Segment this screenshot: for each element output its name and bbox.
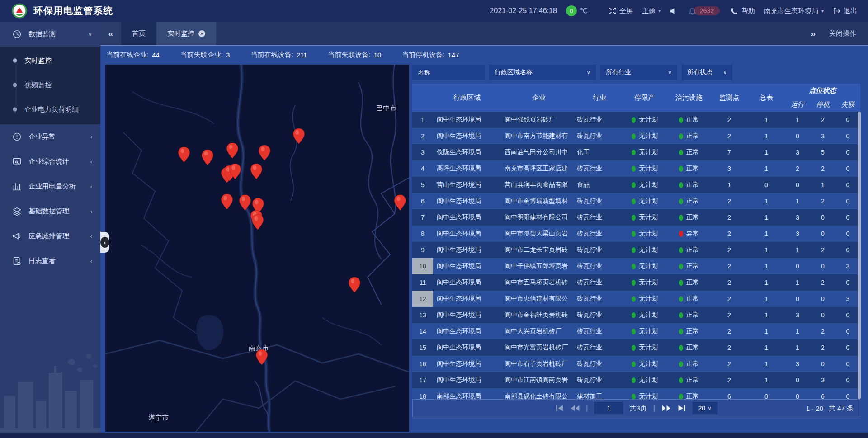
table-row[interactable]: 17阆中生态环境局阆中市江南镇阆南页岩砖瓦行业无计划正常21030: [412, 372, 860, 388]
table-row[interactable]: 5营山生态环境局营山县润丰肉食品有限食品无计划正常10010: [412, 177, 860, 193]
table-row[interactable]: 12阆中生态环境局阆中市忠信建材有限公砖瓦行业无计划正常21003: [412, 291, 860, 307]
table-row[interactable]: 7阆中生态环境局阆中明阳建材有限公司砖瓦行业无计划正常21300: [412, 209, 860, 226]
table-row[interactable]: 10阆中生态环境局阆中千佛镇五郎垭页岩砖瓦行业无计划正常21003: [412, 258, 860, 274]
tab-close-icon[interactable]: ×: [198, 30, 205, 37]
theme-dropdown[interactable]: 主题 ▾: [642, 7, 661, 15]
row-facility-status: 正常: [667, 132, 711, 140]
map-panel[interactable]: 巴中市南充市遂宁市: [105, 65, 409, 432]
sidebar-subitem[interactable]: 视频监控: [0, 73, 100, 97]
page-size-select[interactable]: 20 ∨: [692, 402, 717, 414]
table-row[interactable]: 2阆中生态环境局阆中市南方节能建材有砖瓦行业无计划正常21030: [412, 128, 860, 144]
tab-实时监控[interactable]: 实时监控×: [156, 22, 216, 45]
status-filter-select[interactable]: 所有状态 ∨: [682, 65, 732, 80]
map-pin-icon[interactable]: [256, 349, 268, 365]
sidebar-subitem-label: 企业电力负荷明细: [24, 105, 79, 114]
tabs-scroll-right-button[interactable]: »: [811, 28, 816, 39]
table-row[interactable]: 6阆中生态环境局阆中市金博瑞新型墙材砖瓦行业无计划正常21120: [412, 193, 860, 209]
fullscreen-button[interactable]: 全屏: [609, 7, 633, 15]
sidebar-item[interactable]: 企业异常‹: [0, 124, 100, 149]
row-company: 阆中市忠信建材有限公: [501, 295, 577, 303]
map-pin-icon[interactable]: [293, 128, 305, 144]
first-page-button[interactable]: [555, 405, 564, 412]
table-header-cell: 运行: [785, 97, 810, 112]
map-pin-icon[interactable]: [394, 195, 406, 210]
table-row[interactable]: 3仪陇生态环境局西南油气田分公司川中化工无计划正常71350: [412, 144, 860, 160]
row-industry: 砖瓦行业: [577, 376, 622, 384]
sidebar-item-label: 基础数据管理: [28, 207, 69, 216]
row-industry: 建材加工: [577, 392, 622, 399]
row-limit-status-label: 无计划: [639, 197, 658, 205]
row-company: 营山县润丰肉食品有限: [501, 181, 577, 189]
map-pin-icon[interactable]: [239, 195, 251, 210]
region-filter-select[interactable]: 行政区域名称 ∨: [489, 65, 596, 80]
sidebar-collapse-button[interactable]: ‹: [100, 232, 109, 253]
sidebar-item[interactable]: 企业综合统计‹: [0, 149, 100, 174]
status-dot-normal: [632, 296, 636, 302]
map-city-label: 巴中市: [376, 104, 396, 112]
table-row[interactable]: 14阆中生态环境局阆中大兴页岩机砖厂砖瓦行业无计划正常21120: [412, 323, 860, 339]
sidebar-item[interactable]: 数据监测∨: [0, 22, 100, 47]
table-row[interactable]: 4高坪生态环境局南充市高坪区王家店建砖瓦行业无计划正常31220: [412, 160, 860, 177]
row-monitor-count: 2: [711, 360, 748, 367]
logout-button[interactable]: 退出: [833, 7, 857, 15]
sidebar-subitem[interactable]: 实时监控: [0, 48, 100, 73]
map-pin-icon[interactable]: [221, 194, 233, 209]
next-page-button[interactable]: [661, 405, 670, 412]
notifications-widget[interactable]: 2632: [689, 6, 720, 15]
table-row[interactable]: 9阆中生态环境局阆中市二龙长宝页岩砖砖瓦行业无计划正常21120: [412, 242, 860, 258]
org-dropdown[interactable]: 南充市生态环境局 ▾: [764, 7, 824, 15]
sidebar-item[interactable]: 企业用电量分析‹: [0, 174, 100, 199]
prev-page-button[interactable]: [571, 405, 580, 412]
row-facility-status-label: 正常: [686, 311, 699, 319]
stats-bar: 当前在线企业:44当前失联企业:3当前在线设备:211当前失联设备:10当前停机…: [100, 45, 868, 64]
last-page-button[interactable]: [677, 405, 686, 412]
row-run-count: 1: [785, 198, 810, 205]
row-facility-status-label: 正常: [686, 327, 699, 335]
row-stop-count: 0: [810, 311, 835, 319]
map-pin-icon[interactable]: [178, 147, 190, 162]
table-row[interactable]: 18南部生态环境局南部县砚化土砖有限公建材加工无计划正常60060: [412, 388, 860, 399]
table-row[interactable]: 8阆中生态环境局阆中市枣碧大梁山页岩砖瓦行业无计划异常21300: [412, 226, 860, 242]
sidebar-item[interactable]: 应急减排管理‹: [0, 224, 100, 249]
table-row[interactable]: 11阆中生态环境局阆中市五马桥页岩机砖砖瓦行业无计划正常21120: [412, 274, 860, 291]
map-pin-icon[interactable]: [229, 164, 241, 179]
row-run-count: 3: [785, 360, 810, 367]
record-total-text: 共 47 条: [829, 404, 854, 413]
table-row[interactable]: 16阆中生态环境局阆中市石子页岩机砖厂砖瓦行业无计划正常21300: [412, 356, 860, 372]
row-lost-count: 0: [835, 377, 860, 384]
tab-首页[interactable]: 首页: [121, 22, 156, 45]
table-row[interactable]: 13阆中生态环境局阆中市金福旺页岩机砖砖瓦行业无计划正常21300: [412, 307, 860, 323]
row-stop-count: 0: [810, 360, 835, 367]
help-label: 帮助: [741, 7, 755, 15]
row-limit-status-label: 无计划: [639, 327, 658, 335]
tabs-scroll-left-button[interactable]: «: [100, 22, 121, 45]
industry-filter-select[interactable]: 所有行业 ∨: [600, 65, 677, 80]
status-dot-normal: [632, 247, 636, 253]
map-pin-icon[interactable]: [226, 143, 238, 158]
row-industry: 砖瓦行业: [577, 230, 622, 238]
map-pin-icon[interactable]: [252, 214, 264, 230]
row-run-count: 3: [785, 311, 810, 319]
row-facility-status-label: 正常: [686, 116, 699, 124]
table-row[interactable]: 15阆中生态环境局阆中市光富页岩机砖厂砖瓦行业无计划正常21120: [412, 339, 860, 356]
sidebar-subitem[interactable]: 企业电力负荷明细: [0, 97, 100, 122]
row-region: 阆中生态环境局: [433, 132, 501, 140]
sidebar-item[interactable]: 日志查看‹: [0, 249, 100, 273]
map-pin-icon[interactable]: [250, 164, 262, 179]
page-number-input[interactable]: 1: [594, 402, 623, 414]
sidebar-item[interactable]: 基础数据管理‹: [0, 199, 100, 224]
sound-mute-button[interactable]: [670, 7, 678, 15]
status-dot-normal: [679, 182, 683, 188]
table-header-cell: 停机: [810, 97, 835, 112]
tab-label: 首页: [132, 29, 146, 38]
tab-bar: « 首页实时监控× » 关闭操作: [100, 22, 868, 45]
map-pin-icon[interactable]: [202, 150, 213, 165]
table-row[interactable]: 1阆中生态环境局阆中强锐页岩砖厂砖瓦行业无计划正常21120: [412, 112, 860, 128]
map-pin-icon[interactable]: [349, 277, 360, 292]
name-filter-input[interactable]: [412, 65, 485, 80]
map-pin-icon[interactable]: [259, 145, 270, 160]
help-button[interactable]: 帮助: [731, 7, 755, 15]
close-operations-button[interactable]: 关闭操作: [829, 29, 856, 38]
table-scrollbar[interactable]: [858, 112, 861, 399]
row-lost-count: 0: [835, 149, 860, 156]
